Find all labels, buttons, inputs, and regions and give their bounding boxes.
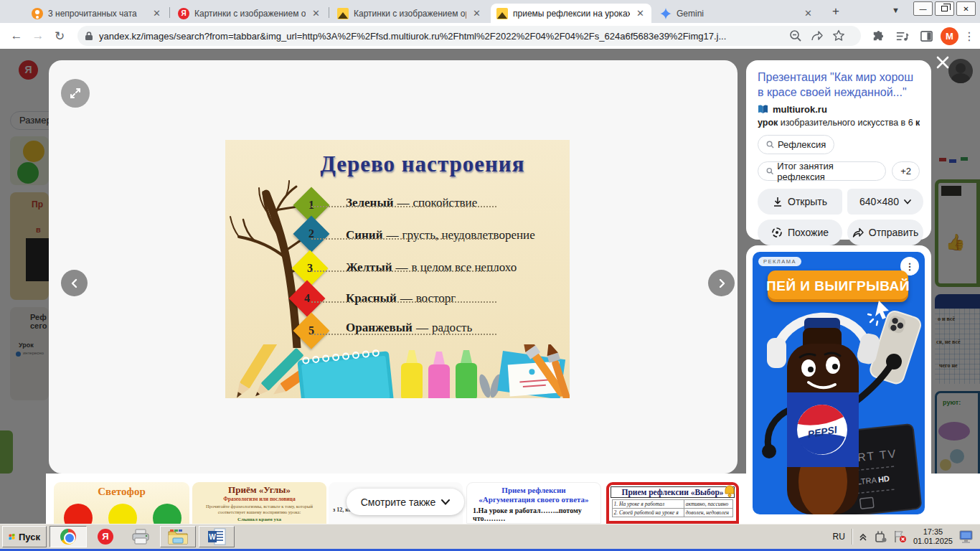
tray-device-icon[interactable] [874,530,887,543]
related-tag-2[interactable]: Итог занятия рефлексия [758,161,886,181]
tray-flag-error-icon[interactable] [893,530,907,543]
image-file-icon [496,8,508,19]
word-icon: W [207,528,226,545]
tab-strip: 3 непрочитанных чата ✕ Я Картинки с изоб… [0,0,980,23]
download-icon [773,197,783,207]
odnoklassniki-icon [32,8,43,19]
ad-card[interactable]: РЕКЛАМА ⋮ ПЕЙ И ВЫИГРЫВАЙ SMART TV 4K UL… [746,245,931,521]
taskbar-printer-button[interactable] [124,526,157,547]
thumbnail-svetofor[interactable]: Светофор [54,482,189,524]
url-text: yandex.kz/images/search?from=tabbar&img_… [99,31,789,42]
tab-close-icon[interactable]: ✕ [151,8,162,19]
tab-close-icon[interactable]: ✕ [635,8,646,19]
chevron-down-icon [904,199,911,204]
image-viewer: Дерево настроения [49,60,738,474]
reload-icon[interactable]: ↻ [49,29,70,44]
yandex-images-page: Я Размер Пр в Рефсего Урок интересно 👍 [0,49,980,524]
thumbnail-ugly[interactable]: Приём «Углы» Фразеологизм или пословица … [192,482,326,524]
related-tag-1[interactable]: Рефлексия [758,135,834,154]
tab-title: Gemini [677,9,798,19]
taskbar-chrome-button[interactable] [50,526,87,547]
see-also-button[interactable]: Смотрите также [347,489,464,515]
tab-title: Картинки с изображением орган [354,9,466,19]
tray-expand-icon[interactable] [859,532,867,541]
next-image-button[interactable] [708,270,735,296]
time: 17:35 [913,527,953,537]
stationery-illustration [225,344,570,398]
image-file-icon [337,8,349,19]
tab-gemini[interactable]: Gemini ✕ [654,4,819,23]
mood-line-2: Синий—грусть, неудовлетворение [346,228,535,242]
tab-separator [169,7,170,18]
search-icon [766,167,773,175]
zoom-out-icon[interactable] [789,29,811,42]
leaf-5: 5 [293,313,330,349]
profile-avatar[interactable]: M [941,27,958,45]
side-panel-icon[interactable] [916,26,936,46]
taskbar-yandex-button[interactable]: Я [90,526,121,547]
leaf-2: 2 [293,216,330,253]
tab-active-reflexia[interactable]: приемы рефлексии на уроках в ✕ [491,4,651,23]
prev-image-button[interactable] [61,270,88,296]
close-viewer-icon[interactable] [935,55,951,70]
bookmark-star-icon[interactable] [832,29,854,42]
tab-ok-chats[interactable]: 3 непрочитанных чата ✕ [26,4,168,23]
language-indicator[interactable]: RU [833,532,845,542]
show-desktop-icon[interactable] [959,529,975,544]
send-arrow-icon [852,227,864,237]
address-bar[interactable]: yandex.kz/images/search?from=tabbar&img_… [77,26,861,46]
tab-search-chevron-icon[interactable]: ▼ [892,6,900,14]
tab-yandex-images-1[interactable]: Я Картинки с изображением орган ✕ [172,4,327,23]
tab-close-icon[interactable]: ✕ [471,8,482,19]
more-tags-button[interactable]: +2 [892,161,920,181]
svg-text:HD: HD [877,474,890,484]
source-site[interactable]: multiurok.ru [758,104,920,115]
taskbar-word-button[interactable]: W [199,526,235,547]
date: 01.01.2025 [913,537,953,546]
reading-list-icon[interactable] [892,26,912,46]
restore-button[interactable] [935,1,954,16]
mood-line-1: Зеленый—спокойствие [346,196,477,210]
forward-icon[interactable]: → [27,29,49,43]
similar-images-button[interactable]: Похожие [758,220,842,245]
mood-line-5: Оранжевый—радость [346,321,472,335]
menu-kebab-icon[interactable]: ⋮ [963,26,976,46]
screen: 3 непрочитанных чата ✕ Я Картинки с изоб… [0,0,980,551]
svg-text:W: W [209,533,216,541]
bell-icon [722,484,738,499]
close-window-button[interactable]: ✕ [956,1,976,16]
thumbnail-argumentacia[interactable]: Прием рефлексии«Аргументация своего отве… [466,482,601,524]
send-button[interactable]: Отправить [847,220,923,245]
search-icon [766,141,774,149]
back-icon[interactable]: ← [6,29,27,43]
mood-tree-poster[interactable]: Дерево настроения [225,140,570,398]
taskbar-folder-button[interactable] [160,526,196,547]
tray-clock[interactable]: 17:35 01.01.2025 [913,527,953,546]
result-title-link[interactable]: Презентация "Как мир хорош в красе своей… [758,70,920,100]
ad-label: РЕКЛАМА [758,257,801,266]
chevron-down-icon [441,499,450,505]
chrome-icon [60,529,76,545]
minimize-button[interactable]: — [913,1,933,16]
new-tab-button[interactable]: + [832,4,839,19]
taskbar: Пуск Я W RU 17:35 01.01.20 [0,524,980,551]
window-controls: — ✕ [913,1,976,16]
tab-close-icon[interactable]: ✕ [803,8,814,19]
tab-title: приемы рефлексии на уроках в [513,9,630,19]
similar-icon [771,227,783,238]
thumbnail-vybor[interactable]: Прием рефлексии «Выбор» 1. На уроке я ра… [606,482,739,524]
site-name: multiurok.ru [773,104,827,115]
tab-close-icon[interactable]: ✕ [311,8,321,19]
browser-toolbar: ← → ↻ yandex.kz/images/search?from=tabba… [0,23,980,49]
yandex-icon: Я [178,8,189,19]
ad-banner[interactable]: РЕКЛАМА ⋮ ПЕЙ И ВЫИГРЫВАЙ SMART TV 4K UL… [753,252,925,514]
system-tray: RU 17:35 01.01.2025 [833,527,978,546]
share-icon[interactable] [811,29,832,42]
extensions-puzzle-icon[interactable] [867,26,887,46]
size-dropdown[interactable]: 640×480 [847,189,923,215]
pepsi-illustration: SMART TV 4K ULTRA HD [753,302,923,514]
start-button[interactable]: Пуск [2,526,47,547]
fullscreen-expand-button[interactable] [61,79,90,108]
tab-yandex-images-2[interactable]: Картинки с изображением орган ✕ [331,4,488,23]
open-image-button[interactable]: Открыть [758,189,842,215]
